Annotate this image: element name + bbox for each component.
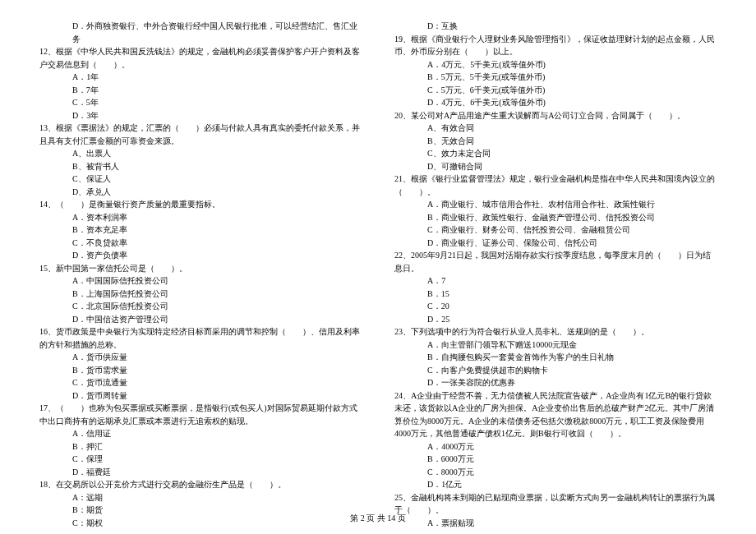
q24-option-b: B．6000万元 [394,453,717,466]
q21-text: 21、根据《银行业监督管理法》规定，银行业金融机构是指在中华人民共和国境内设立的… [394,173,717,198]
q23-option-b: B．自掏腰包购买一套黄金首饰作为客户的生日礼物 [394,351,717,364]
q19-option-b: B．5万元、5千美元(或等值外币) [394,71,717,84]
q20-text: 20、某公司对A产品用途产生重大误解而与A公司订立合同，合同属于（ ）。 [394,109,717,122]
q22-option-a: A．7 [394,274,717,288]
q21-option-b: B．商业银行、政策性银行、金融资产管理公司、信托投资公司 [394,211,717,224]
q14-option-b: B．资本充足率 [39,223,362,237]
right-column: D：互换 19、根据《商业银行个人理财业务风险管理指引》，保证收益理财计划的起点… [394,20,717,529]
page-content: D．外商独资银行、中外合资银行经中国人民银行批准，可以经营结汇、售汇业务 12、… [0,0,756,529]
q20-option-b: B、无效合同 [394,135,717,148]
q13-option-b: B、被背书人 [39,160,362,173]
q23-option-a: A．向主管部门领导私下赠送10000元现金 [394,338,717,352]
q13-text: 13、根据《票据法》的规定，汇票的（ ）必须与付款人具有真实的委托付款关系，并且… [39,122,362,147]
q18-option-a: A：远期 [39,491,362,504]
q21-option-a: A．商业银行、城市信用合作社、农村信用合作社、政策性银行 [394,198,717,211]
q22-option-b: B．15 [394,288,717,301]
q15-option-d: D．中国信达资产管理公司 [39,313,362,326]
q15-option-a: A．中国国际信托投资公司 [39,274,362,288]
q19-option-a: A．4万元、5千美元(或等值外币) [394,58,717,71]
q24-text: 24、A企业由于经营不善，无力偿债被人民法院宣告破产，A企业尚有1亿元B的银行贷… [394,389,717,440]
q13-option-d: D、承兑人 [39,186,362,199]
q11-option-d: D．外商独资银行、中外合资银行经中国人民银行批准，可以经营结汇、售汇业务 [39,20,362,45]
q14-option-c: C．不良贷款率 [39,237,362,250]
q20-option-d: D、可撤销合同 [394,160,717,173]
q15-option-b: B．上海国际信托投资公司 [39,288,362,301]
q21-option-c: C．商业银行、财务公司、信托投资公司、金融租赁公司 [394,223,717,237]
q16-option-a: A．货币供应量 [39,351,362,364]
q16-option-c: C．货币流通量 [39,376,362,389]
q12-option-c: C．5年 [39,96,362,109]
q12-option-d: D．3年 [39,109,362,122]
q14-text: 14、（ ）是衡量银行资产质量的最重要指标。 [39,198,362,211]
q22-text: 22、2005年9月21日起，我国对活期存款实行按季度结息，每季度末月的（ ）日… [394,249,717,274]
q12-text: 12、根据《中华人民共和国反洗钱法》的规定，金融机构必须妥善保护客户开户资料及客… [39,45,362,71]
q23-option-c: C．向客户免费提供超市的购物卡 [394,364,717,377]
q12-option-b: B．7年 [39,84,362,97]
q18-option-d: D：互换 [394,20,717,33]
q20-option-c: C、效力未定合同 [394,147,717,160]
q16-text: 16、货币政策是中央银行为实现特定经济目标而采用的调节和控制（ ）、信用及利率的… [39,325,362,351]
q16-option-d: D．货币周转量 [39,389,362,403]
q17-text: 17、（ ）也称为包买票据或买断票据，是指银行(或包买人)对国际贸易延期付款方式… [39,402,362,427]
q19-option-c: C．5万元、6千美元(或等值外币) [394,84,717,97]
q13-option-a: A、出票人 [39,147,362,160]
q20-option-a: A、有效合同 [394,122,717,135]
q17-option-b: B．押汇 [39,440,362,453]
q16-option-b: B．货币需求量 [39,364,362,377]
q24-option-a: A．4000万元 [394,440,717,453]
q22-option-d: D．25 [394,313,717,326]
q19-text: 19、根据《商业银行个人理财业务风险管理指引》，保证收益理财计划的起点金额，人民… [394,33,717,58]
q23-text: 23、下列选项中的行为符合银行从业人员非礼、送规则的是（ ）。 [394,325,717,338]
q15-text: 15、新中国第一家信托公司是（ ）。 [39,262,362,275]
q19-option-d: D．4万元、6千美元(或等值外币) [394,96,717,109]
left-column: D．外商独资银行、中外合资银行经中国人民银行批准，可以经营结汇、售汇业务 12、… [39,20,362,529]
q17-option-a: A．信用证 [39,427,362,440]
q15-option-c: C．北京国际信托投资公司 [39,300,362,313]
q12-option-a: A．1年 [39,71,362,84]
q14-option-d: D．资产负债率 [39,249,362,262]
q24-option-d: D．1亿元 [394,478,717,491]
q22-option-c: C．20 [394,300,717,313]
q18-text: 18、在交易所以公开竞价方式进行交易的金融衍生产品是（ ）。 [39,478,362,491]
q21-option-d: D．商业银行、证券公司、保险公司、信托公司 [394,237,717,250]
q17-option-c: C．保理 [39,453,362,466]
page-footer: 第 2 页 共 14 页 [0,513,756,524]
q14-option-a: A．资本利润率 [39,211,362,224]
q23-option-d: D．一张美容院的优惠券 [394,376,717,389]
q17-option-d: D．福费廷 [39,466,362,479]
q24-option-c: C．8000万元 [394,466,717,479]
q13-option-c: C、保证人 [39,173,362,186]
